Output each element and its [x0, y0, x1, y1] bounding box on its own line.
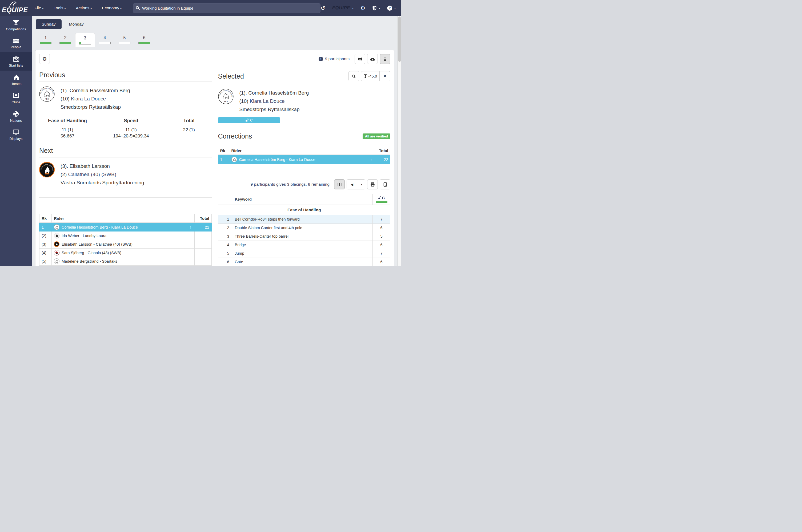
- tab-class-4[interactable]: 4: [95, 33, 115, 47]
- main-menu: File▾ Tools▾ Actions▾ Economy▾: [34, 5, 122, 11]
- corrections-table: Rk Rider Total 1 Cornelia Hasselström Be…: [218, 147, 390, 164]
- sidebar-item-nations[interactable]: Nations: [0, 107, 32, 126]
- organizer-logo-menu[interactable]: EQUIPE ▾: [332, 5, 353, 11]
- horse-link[interactable]: Kiara La Douce: [250, 98, 285, 104]
- hourglass-icon: [364, 74, 367, 78]
- table-row[interactable]: (3) Elisabeth Larsson - Callathea (40) (…: [39, 240, 212, 249]
- cloud-upload-icon: [370, 57, 375, 61]
- moved-up-icon: ↑: [189, 225, 192, 229]
- table-row[interactable]: 1 Bell Corndor-Ro34 steps then forward 7: [218, 215, 390, 224]
- clear-selected-button[interactable]: ×: [380, 71, 390, 81]
- moved-up-icon: ↑: [370, 157, 372, 162]
- phone-icon: [383, 182, 387, 187]
- sidebar: Competitions People Start lists Horses C…: [0, 16, 32, 266]
- table-row[interactable]: 1 Cornelia Hasselström Berg - Kiara La D…: [39, 223, 212, 231]
- club-icon: [54, 233, 59, 239]
- close-icon: ×: [384, 74, 386, 79]
- globe-icon: [13, 111, 19, 117]
- table-row[interactable]: 4 Bridge 6: [218, 241, 390, 249]
- announce-button[interactable]: ◀: [347, 179, 357, 189]
- equipe-app: EQUIPE File▾ Tools▾ Actions▾ Economy▾ ↺ …: [0, 0, 401, 266]
- chevron-down-icon: ▾: [352, 7, 353, 10]
- horseshoe-icon: [12, 92, 20, 99]
- sidebar-item-people[interactable]: People: [0, 34, 32, 52]
- menu-actions[interactable]: Actions▾: [76, 5, 92, 11]
- table-row[interactable]: 3 Three Barrels-Canter top barrel 5: [218, 232, 390, 241]
- sidebar-item-competitions[interactable]: Competitions: [0, 16, 32, 34]
- search-input[interactable]: [133, 3, 321, 13]
- menu-file[interactable]: File▾: [34, 5, 43, 11]
- gear-icon[interactable]: ⚙: [361, 5, 365, 11]
- print-button[interactable]: [354, 54, 365, 64]
- tab-class-5[interactable]: 5: [115, 33, 134, 47]
- stat-total: Total 22 (1): [166, 118, 212, 139]
- search-participant-button[interactable]: [348, 71, 359, 81]
- judge-c-bar[interactable]: C: [218, 117, 280, 124]
- unlock-icon: [378, 196, 381, 200]
- scrollbar-thumb[interactable]: [398, 17, 401, 62]
- chevron-down-icon: ▾: [42, 7, 43, 10]
- equipe-brand-logo[interactable]: EQUIPE: [0, 3, 30, 13]
- horse-line: (2) Callathea (40) (SWB): [60, 170, 144, 178]
- two-column-view-button[interactable]: [334, 179, 345, 189]
- table-row[interactable]: 1 Cornelia Hasselström Berg - Kiara La D…: [218, 155, 390, 164]
- tab-class-6[interactable]: 6: [134, 33, 154, 47]
- cloud-upload-button[interactable]: [367, 54, 378, 64]
- vertical-scrollbar[interactable]: [398, 16, 401, 266]
- history-icon[interactable]: ↺: [321, 5, 325, 11]
- countdown-timer-button[interactable]: -45.0: [361, 71, 380, 81]
- left-column: Previous SMEDSTORPS RYTTARSÄLLSKAP SRS: [39, 71, 212, 266]
- chevron-down-icon: ▾: [379, 7, 380, 10]
- next-section-header: Next: [39, 147, 212, 157]
- table-row[interactable]: (2) Ida Weber - Lundby Laura: [39, 231, 212, 240]
- navbar-right-icons: ↺ EQUIPE ▾ ⚙ ▾ ? ▾: [321, 5, 401, 11]
- help-menu[interactable]: ? ▾: [387, 5, 396, 11]
- sidebar-item-start-lists[interactable]: Start lists: [0, 52, 32, 71]
- club-icon: [54, 250, 59, 255]
- content-area: Sunday Monday 1 2 3 4 5 6 ⚙ i 9 particip…: [32, 16, 401, 266]
- global-search: [133, 3, 321, 13]
- club-logo-smedstorps: SMEDSTORPS RYTTARSÄLLSKAP SRS: [39, 86, 55, 111]
- section-title: Corrections: [218, 132, 252, 140]
- prize-mode-button[interactable]: [380, 54, 390, 64]
- verified-badge: All are verified: [363, 133, 390, 139]
- class-settings-button[interactable]: ⚙: [39, 54, 50, 64]
- horse-icon: [13, 74, 19, 80]
- announce-options-button[interactable]: ▾: [357, 179, 365, 189]
- phase-subheader-row: Ease of Handling: [218, 205, 390, 215]
- stat-ease-of-handling: Ease of Handling 11 (1) 56.667: [39, 118, 96, 139]
- table-row[interactable]: 5 Jump 7: [218, 249, 390, 258]
- club-icon: [54, 224, 59, 230]
- mobile-device-button[interactable]: [380, 179, 390, 189]
- table-row[interactable]: 2 Double Slalom Canter first and 4th pol…: [218, 224, 390, 232]
- info-icon: i: [318, 57, 323, 61]
- menu-tools[interactable]: Tools▾: [54, 5, 66, 11]
- tab-class-3[interactable]: 3: [75, 33, 95, 47]
- tab-sunday[interactable]: Sunday: [36, 19, 61, 29]
- table-row[interactable]: 6 Gate 6: [218, 258, 390, 266]
- obstacle-number-header: [218, 194, 232, 205]
- shield-menu[interactable]: ▾: [372, 5, 380, 11]
- tab-class-2[interactable]: 2: [55, 33, 75, 47]
- equipe-logo-dark: EQUIPE: [332, 5, 350, 11]
- table-row[interactable]: (4) Sara Sjöberg - Ginnala (43) (SWB): [39, 249, 212, 257]
- table-row[interactable]: (5) Madelene Bergstrand - Spartaks: [39, 257, 212, 266]
- corrections-section-header: Corrections All are verified: [218, 132, 390, 143]
- horse-line: (10) Kiara La Douce: [239, 97, 309, 105]
- help-icon: ?: [387, 5, 392, 11]
- tab-monday[interactable]: Monday: [63, 19, 90, 29]
- sidebar-item-clubs[interactable]: Clubs: [0, 89, 32, 107]
- menu-economy[interactable]: Economy▾: [102, 5, 122, 11]
- horse-link[interactable]: Kiara La Douce: [71, 96, 106, 101]
- table-row[interactable]: (6) Matilda Hamnevik - Gärtunas Saga (42…: [39, 266, 212, 266]
- table-header-row: Keyword C: [218, 194, 390, 205]
- sidebar-item-displays[interactable]: Displays: [0, 126, 32, 144]
- horse-link[interactable]: Callathea (40) (SWB): [68, 172, 116, 177]
- previous-section-header: Previous: [39, 71, 212, 82]
- print-protocol-button[interactable]: [367, 179, 378, 189]
- svg-text:SRS: SRS: [224, 100, 228, 103]
- tab-class-1[interactable]: 1: [36, 33, 55, 47]
- judge-c-header[interactable]: C: [373, 194, 390, 205]
- placings-row: 9 participants gives 3 placings, 8 remai…: [218, 179, 390, 189]
- sidebar-item-horses[interactable]: Horses: [0, 71, 32, 89]
